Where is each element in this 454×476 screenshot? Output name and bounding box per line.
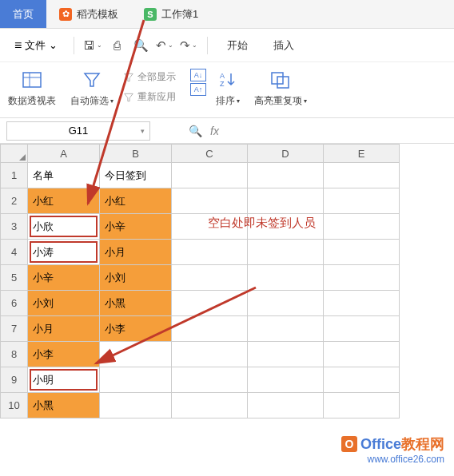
- cell[interactable]: 小涛: [28, 240, 100, 265]
- watermark-logo: O Office教程网 www.office26.com: [341, 434, 444, 465]
- cell[interactable]: [100, 342, 172, 367]
- brand-suffix: 教程网: [401, 436, 444, 452]
- sort-asc-button[interactable]: A↓: [190, 69, 206, 81]
- row-header[interactable]: 3: [0, 214, 28, 240]
- cell[interactable]: 小欣: [28, 214, 100, 240]
- cell[interactable]: [248, 188, 324, 214]
- tab-docer[interactable]: ✿ 稻壳模板: [46, 0, 131, 28]
- highlight-duplicates-button[interactable]: 高亮重复项▾: [254, 69, 307, 108]
- row-header[interactable]: 1: [0, 163, 28, 188]
- cell[interactable]: [172, 265, 248, 291]
- col-header[interactable]: D: [248, 144, 324, 163]
- col-header[interactable]: B: [100, 144, 172, 163]
- spreadsheet-grid: A B C D E 1 名单 今日签到 2 小红 小红 3 小欣 小辛 4 小涛…: [0, 144, 454, 418]
- cell[interactable]: [172, 393, 248, 418]
- lookup-icon[interactable]: 🔍: [189, 125, 202, 137]
- row-header[interactable]: 7: [0, 316, 28, 342]
- cell[interactable]: 小刘: [100, 265, 172, 291]
- cell[interactable]: [248, 163, 324, 188]
- cell[interactable]: 小月: [100, 240, 172, 265]
- pivot-table-button[interactable]: 数据透视表: [8, 69, 56, 108]
- cell[interactable]: 今日签到: [100, 163, 172, 188]
- cell[interactable]: [172, 188, 248, 214]
- cell[interactable]: 名单: [28, 163, 100, 188]
- menu-insert[interactable]: 插入: [264, 35, 304, 56]
- print-button[interactable]: ⎙: [108, 37, 125, 54]
- cell[interactable]: [248, 316, 324, 342]
- cell[interactable]: 小月: [28, 316, 100, 342]
- divider: [207, 37, 208, 54]
- file-menu[interactable]: ≡ 文件 ⌄: [8, 35, 64, 56]
- cell-reference-box[interactable]: G11 ▾: [6, 121, 150, 141]
- cell[interactable]: [172, 240, 248, 265]
- reapply-button[interactable]: 重新应用: [123, 89, 176, 105]
- fx-icon[interactable]: fx: [210, 125, 219, 137]
- row-header[interactable]: 10: [0, 393, 28, 418]
- svg-text:Z: Z: [220, 80, 225, 88]
- cell[interactable]: [172, 163, 248, 188]
- save-button[interactable]: 🖫⌄: [84, 37, 102, 54]
- row-header[interactable]: 4: [0, 240, 28, 265]
- cell[interactable]: [100, 367, 172, 393]
- tab-workbook[interactable]: S 工作簿1: [131, 0, 211, 28]
- cell[interactable]: 小辛: [100, 214, 172, 240]
- cell[interactable]: [248, 367, 324, 393]
- autofilter-button[interactable]: 自动筛选▾: [70, 69, 114, 108]
- cell[interactable]: [324, 214, 400, 240]
- cell-reference-value: G11: [69, 125, 89, 137]
- cell[interactable]: 小李: [28, 342, 100, 367]
- col-header[interactable]: E: [324, 144, 400, 163]
- undo-button[interactable]: ↶⌄: [156, 37, 173, 54]
- cell[interactable]: [248, 265, 324, 291]
- showall-button[interactable]: 全部显示: [123, 69, 176, 85]
- row-header[interactable]: 9: [0, 367, 28, 393]
- cell[interactable]: 小李: [100, 316, 172, 342]
- cell[interactable]: [100, 393, 172, 418]
- watermark-url: www.office26.com: [368, 454, 445, 465]
- cell[interactable]: 小黑: [28, 393, 100, 418]
- cell[interactable]: 小红: [28, 188, 100, 214]
- col-header[interactable]: C: [172, 144, 248, 163]
- redo-button[interactable]: ↷⌄: [180, 37, 197, 54]
- menu-start[interactable]: 开始: [217, 35, 257, 56]
- cell[interactable]: [324, 188, 400, 214]
- col-header[interactable]: A: [28, 144, 100, 163]
- cell[interactable]: 小黑: [100, 291, 172, 316]
- sort-icon: AZ: [217, 69, 239, 91]
- cell[interactable]: 小红: [100, 188, 172, 214]
- cell[interactable]: [248, 291, 324, 316]
- select-all-corner[interactable]: [0, 144, 28, 163]
- cell[interactable]: [324, 393, 400, 418]
- tab-home[interactable]: 首页: [0, 0, 46, 28]
- cell[interactable]: [324, 240, 400, 265]
- pivot-icon: [21, 69, 43, 91]
- cell[interactable]: [248, 342, 324, 367]
- sort-desc-button[interactable]: A↑: [190, 83, 206, 96]
- cell[interactable]: 小明: [28, 367, 100, 393]
- cell[interactable]: [324, 316, 400, 342]
- cell[interactable]: [324, 163, 400, 188]
- row-header[interactable]: 6: [0, 291, 28, 316]
- office-logo-icon: O: [341, 436, 357, 452]
- hamburger-icon: ≡: [14, 38, 22, 53]
- cell[interactable]: [248, 240, 324, 265]
- row-header[interactable]: 8: [0, 342, 28, 367]
- cell[interactable]: [172, 367, 248, 393]
- cell[interactable]: [172, 291, 248, 316]
- cell[interactable]: [324, 367, 400, 393]
- preview-button[interactable]: 🔍: [132, 37, 149, 54]
- quick-toolbar: ≡ 文件 ⌄ 🖫⌄ ⎙ 🔍 ↶⌄ ↷⌄ 开始 插入: [0, 29, 454, 62]
- cell[interactable]: [324, 265, 400, 291]
- cell[interactable]: [172, 342, 248, 367]
- cell[interactable]: [172, 316, 248, 342]
- cell[interactable]: 小辛: [28, 265, 100, 291]
- row-header[interactable]: 2: [0, 188, 28, 214]
- cell[interactable]: 小刘: [28, 291, 100, 316]
- cell[interactable]: [324, 342, 400, 367]
- cell[interactable]: [324, 291, 400, 316]
- cell[interactable]: [248, 393, 324, 418]
- row-header[interactable]: 5: [0, 265, 28, 291]
- file-label: 文件: [25, 38, 46, 53]
- tab-workbook-label: 工作簿1: [161, 7, 198, 22]
- sort-button[interactable]: AZ 排序▾: [216, 69, 240, 108]
